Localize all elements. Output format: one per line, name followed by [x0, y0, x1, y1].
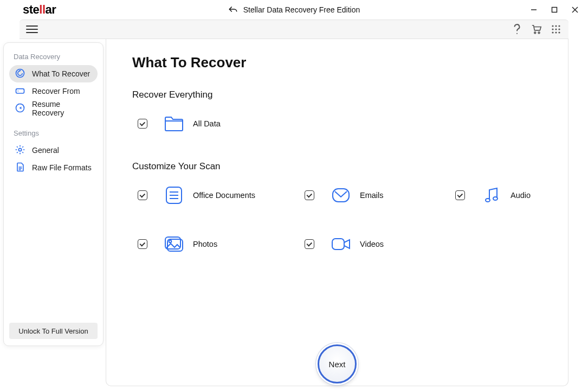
sidebar: Data Recovery What To Recover Recover Fr…: [3, 42, 104, 346]
svg-rect-1: [552, 8, 557, 12]
menu-button[interactable]: [26, 23, 38, 35]
logo-pre: ste: [23, 3, 39, 16]
option-all-data[interactable]: All Data: [138, 112, 262, 135]
unlock-label: Unlock To Full Version: [18, 327, 88, 335]
window-title-wrap: Stellar Data Recovery Free Edition: [0, 5, 588, 15]
svg-point-7: [552, 25, 553, 27]
option-videos[interactable]: Videos: [305, 233, 413, 255]
svg-point-10: [552, 28, 553, 30]
page-title: What To Recover: [132, 54, 542, 71]
sidebar-section-data-recovery: Data Recovery: [9, 50, 98, 65]
main-panel: What To Recover Recover Everything All D…: [106, 39, 568, 386]
checkbox-audio[interactable]: [455, 190, 465, 200]
back-icon[interactable]: [228, 5, 238, 15]
svg-rect-17: [16, 88, 24, 93]
sidebar-section-settings: Settings: [9, 127, 98, 142]
gear-icon: [15, 144, 25, 157]
checkbox-videos[interactable]: [305, 239, 314, 249]
checkbox-emails[interactable]: [305, 190, 314, 200]
maximize-button[interactable]: [549, 4, 560, 15]
help-icon[interactable]: [511, 23, 523, 35]
svg-point-20: [18, 148, 21, 151]
window-title: Stellar Data Recovery Free Edition: [243, 5, 360, 14]
checkbox-photos[interactable]: [138, 239, 147, 249]
option-emails[interactable]: Emails: [305, 184, 413, 207]
titlebar: stellar Stellar Data Recovery Free Editi…: [0, 0, 588, 20]
option-photos[interactable]: Photos: [138, 233, 262, 255]
option-label: Audio: [511, 191, 531, 200]
drive-icon: [15, 85, 25, 98]
option-label: Videos: [360, 240, 384, 248]
unlock-full-version-button[interactable]: Unlock To Full Version: [9, 323, 98, 339]
section-recover-everything: Recover Everything: [132, 89, 542, 100]
svg-rect-32: [332, 239, 344, 250]
option-label: Office Documents: [193, 191, 255, 200]
music-icon: [480, 184, 503, 207]
window-controls: [528, 4, 584, 15]
sidebar-item-label: General: [32, 146, 59, 155]
checkbox-all-data[interactable]: [138, 119, 147, 129]
svg-point-13: [552, 31, 553, 33]
document-icon: [163, 184, 185, 207]
option-label: Photos: [193, 240, 217, 248]
option-audio[interactable]: Audio: [455, 184, 542, 207]
svg-point-18: [17, 91, 18, 92]
sidebar-item-label: Recover From: [32, 87, 80, 95]
svg-point-28: [493, 197, 497, 200]
minimize-button[interactable]: [528, 4, 539, 15]
resume-icon: [15, 103, 25, 115]
sidebar-item-recover-from[interactable]: Recover From: [9, 82, 98, 100]
svg-point-14: [555, 31, 557, 33]
cart-icon[interactable]: [531, 23, 542, 35]
next-label: Next: [329, 360, 346, 369]
svg-point-8: [555, 25, 557, 27]
folder-icon: [163, 112, 185, 135]
svg-point-6: [538, 32, 540, 34]
sidebar-item-label: Raw File Formats: [32, 163, 92, 172]
sidebar-item-general[interactable]: General: [9, 142, 98, 159]
option-label: All Data: [193, 119, 221, 128]
photo-icon: [163, 233, 185, 255]
app-logo: stellar: [23, 3, 56, 17]
video-icon: [329, 233, 352, 255]
logo-mid: ll: [39, 3, 45, 16]
svg-point-31: [169, 240, 172, 243]
svg-point-27: [486, 199, 490, 202]
file-icon: [15, 162, 25, 174]
svg-point-4: [516, 33, 518, 34]
sidebar-item-label: Resume Recovery: [32, 100, 92, 117]
svg-point-11: [555, 28, 557, 30]
logo-post: ar: [46, 3, 56, 16]
recover-target-icon: [15, 68, 25, 80]
sidebar-item-what-to-recover[interactable]: What To Recover: [9, 65, 98, 82]
apps-grid-icon[interactable]: [550, 23, 562, 35]
sidebar-item-resume-recovery[interactable]: Resume Recovery: [9, 100, 98, 117]
svg-point-12: [558, 28, 560, 30]
option-office-documents[interactable]: Office Documents: [138, 184, 262, 207]
sidebar-item-raw-file-formats[interactable]: Raw File Formats: [9, 159, 98, 176]
section-customize-scan: Customize Your Scan: [132, 161, 542, 172]
svg-point-5: [534, 32, 536, 34]
toolbar: [20, 20, 568, 39]
mail-icon: [329, 184, 352, 207]
option-label: Emails: [360, 191, 384, 200]
sidebar-item-label: What To Recover: [32, 69, 90, 78]
svg-rect-26: [333, 189, 349, 202]
close-button[interactable]: [570, 4, 580, 15]
svg-point-15: [558, 31, 560, 33]
next-button[interactable]: Next: [318, 344, 357, 383]
svg-point-9: [558, 25, 560, 27]
checkbox-office[interactable]: [138, 190, 147, 200]
